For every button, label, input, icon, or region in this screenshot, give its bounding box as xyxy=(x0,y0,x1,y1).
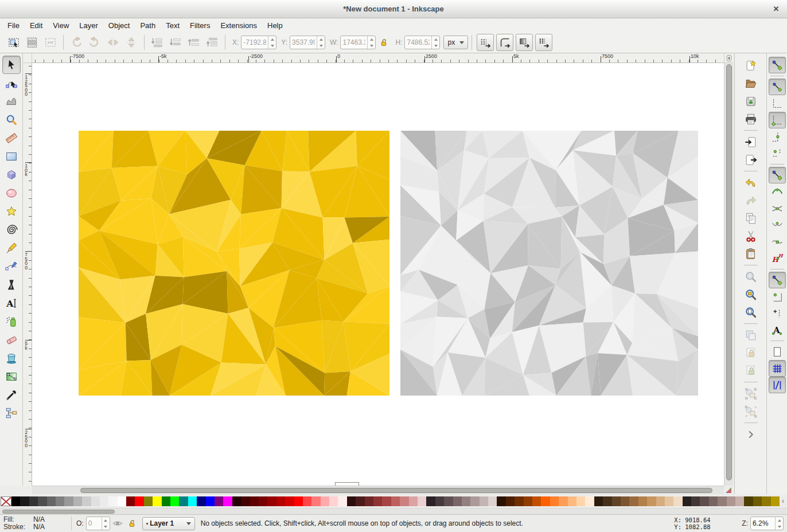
lower-one-step-button[interactable] xyxy=(167,34,184,51)
imported-image-gray-lowpoly[interactable] xyxy=(400,131,698,396)
palette-swatch[interactable] xyxy=(735,496,744,506)
palette-swatch[interactable] xyxy=(753,496,762,506)
tool-text[interactable]: A xyxy=(2,294,21,312)
horizontal-scrollbar[interactable] xyxy=(32,486,724,494)
horizontal-scrollbar-thumb[interactable] xyxy=(80,488,712,493)
palette-swatch[interactable] xyxy=(215,496,223,506)
palette-swatch[interactable] xyxy=(126,496,135,506)
rotate-ccw-button[interactable] xyxy=(68,34,85,51)
palette-swatch[interactable] xyxy=(515,496,523,506)
snap-bbox-centers-toggle[interactable] xyxy=(769,145,786,162)
palette-swatch[interactable] xyxy=(550,496,559,506)
affect-gradient-toggle[interactable] xyxy=(516,34,533,51)
menu-text[interactable]: Text xyxy=(161,19,185,32)
snap-enable-toggle[interactable] xyxy=(769,57,786,73)
current-layer-dropdown[interactable]: • Layer 1 xyxy=(142,517,195,530)
snap-line-midpoints-toggle[interactable]: HH xyxy=(769,250,786,267)
tool-calligraphy[interactable] xyxy=(2,276,21,294)
palette-scroll-left-arrow[interactable]: ‹ xyxy=(780,496,786,506)
flip-vertical-button[interactable] xyxy=(123,34,140,51)
guide-lock-corner-button[interactable] xyxy=(23,53,32,63)
palette-swatch[interactable] xyxy=(470,496,479,506)
palette-swatch[interactable] xyxy=(47,496,56,506)
tool-spray[interactable] xyxy=(2,312,21,331)
palette-swatch[interactable] xyxy=(638,496,647,506)
zoom-spinbox[interactable] xyxy=(750,517,784,530)
palette-swatch[interactable] xyxy=(162,496,170,506)
canvas[interactable] xyxy=(32,63,724,486)
snap-bbox-corners-toggle[interactable] xyxy=(769,112,786,128)
palette-swatch[interactable] xyxy=(621,496,629,506)
menu-extensions[interactable]: Extensions xyxy=(215,19,262,32)
palette-swatch[interactable] xyxy=(568,496,576,506)
palette-swatch[interactable] xyxy=(259,496,267,506)
palette-swatch[interactable] xyxy=(665,496,673,506)
palette-swatch[interactable] xyxy=(409,496,418,506)
fill-stroke-indicator[interactable]: Fill: N/A Stroke: N/A xyxy=(0,516,68,531)
palette-swatch[interactable] xyxy=(223,496,232,506)
y-spin-arrows[interactable] xyxy=(317,36,325,49)
palette-swatch[interactable] xyxy=(276,496,285,506)
palette-swatch[interactable] xyxy=(762,496,770,506)
palette-swatch[interactable] xyxy=(118,496,126,506)
palette-swatch[interactable] xyxy=(718,496,726,506)
palette-swatch[interactable] xyxy=(700,496,708,506)
undo-button[interactable] xyxy=(742,174,759,191)
palette-swatch[interactable] xyxy=(497,496,505,506)
tool-tweak[interactable] xyxy=(2,92,21,111)
menu-path[interactable]: Path xyxy=(135,19,161,32)
tool-star[interactable] xyxy=(2,202,21,221)
palette-swatch[interactable] xyxy=(347,496,356,506)
palette-scrollbar[interactable] xyxy=(0,508,787,514)
palette-swatch[interactable] xyxy=(91,496,100,506)
palette-swatch[interactable] xyxy=(418,496,426,506)
palette-swatch[interactable] xyxy=(241,496,250,506)
x-spin-arrows[interactable] xyxy=(268,36,276,49)
window-close-button[interactable]: ✕ xyxy=(771,4,781,14)
palette-swatch[interactable] xyxy=(303,496,311,506)
select-all-button[interactable] xyxy=(5,34,22,51)
layer-visibility-eye-icon[interactable] xyxy=(111,517,124,530)
palette-swatch[interactable] xyxy=(453,496,462,506)
palette-swatch[interactable] xyxy=(559,496,567,506)
rotate-cw-button[interactable] xyxy=(86,34,103,51)
snap-page-border-toggle[interactable] xyxy=(769,343,786,360)
palette-swatch[interactable] xyxy=(20,496,29,506)
flip-horizontal-button[interactable] xyxy=(104,34,122,51)
affect-pattern-toggle[interactable] xyxy=(535,34,552,51)
horizontal-ruler[interactable]: -7500-5k-2500025005k750010k xyxy=(32,53,724,63)
menu-layer[interactable]: Layer xyxy=(74,19,103,32)
palette-swatch[interactable] xyxy=(683,496,691,506)
palette-swatch[interactable] xyxy=(311,496,320,506)
palette-swatch[interactable] xyxy=(285,496,294,506)
layer-lock-icon[interactable] xyxy=(126,517,139,530)
palette-swatch[interactable] xyxy=(524,496,532,506)
menu-object[interactable]: Object xyxy=(103,19,135,32)
palette-swatch[interactable] xyxy=(603,496,611,506)
tool-gradient[interactable] xyxy=(2,367,21,386)
ungroup-button[interactable] xyxy=(742,402,759,420)
palette-swatch[interactable] xyxy=(29,496,38,506)
tool-node-editor[interactable] xyxy=(2,74,21,92)
select-all-layers-button[interactable] xyxy=(24,34,41,51)
tool-selector[interactable] xyxy=(2,56,21,74)
palette-swatch[interactable] xyxy=(188,496,197,506)
tool-rectangle[interactable] xyxy=(2,147,21,166)
palette-swatch[interactable] xyxy=(38,496,46,506)
snap-smooth-nodes-toggle[interactable] xyxy=(769,233,786,250)
palette-swatch[interactable] xyxy=(391,496,400,506)
duplicate-button[interactable] xyxy=(742,326,759,344)
export-button[interactable] xyxy=(742,151,759,169)
group-button[interactable] xyxy=(742,385,759,402)
palette-swatch[interactable] xyxy=(338,496,346,506)
opacity-input[interactable] xyxy=(87,517,102,530)
h-spinbox[interactable] xyxy=(404,36,440,49)
palette-swatch[interactable] xyxy=(709,496,718,506)
palette-swatch[interactable] xyxy=(135,496,143,506)
palette-swatch[interactable] xyxy=(435,496,444,506)
tool-paint-bucket[interactable] xyxy=(2,349,21,367)
new-document-button[interactable] xyxy=(742,57,759,75)
palette-swatch[interactable] xyxy=(673,496,682,506)
snap-bbox-toggle[interactable] xyxy=(769,79,786,95)
commands-overflow-button[interactable] xyxy=(742,425,759,443)
